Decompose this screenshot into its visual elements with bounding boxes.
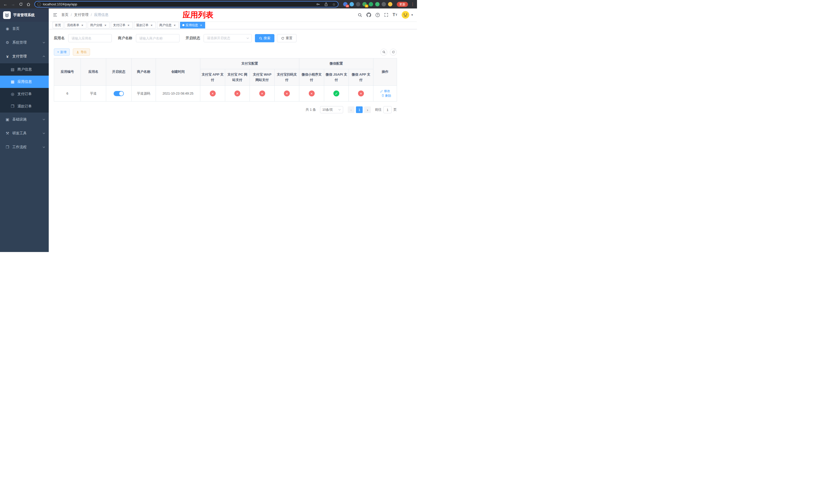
- dashboard-icon: ◉: [5, 26, 10, 31]
- delete-label: 删除: [385, 94, 391, 98]
- devtools-icon: ⚒: [5, 131, 10, 136]
- extension-gray-puzzle-icon[interactable]: [381, 2, 386, 6]
- cell-create-time: 2021-10-23 08:49:25: [156, 86, 200, 101]
- edit-link[interactable]: 修改: [380, 89, 390, 93]
- chevron-down-icon: [43, 133, 45, 134]
- tab-pay-order[interactable]: 支付订单×: [111, 22, 133, 28]
- add-button[interactable]: + 新增: [54, 48, 70, 55]
- avatar-caret-icon[interactable]: ▾: [411, 13, 413, 17]
- status-toggle[interactable]: [114, 91, 124, 96]
- extension-emoji-icon[interactable]: [388, 2, 392, 6]
- close-icon[interactable]: ×: [104, 23, 107, 27]
- goto-page-input[interactable]: [383, 106, 392, 113]
- tab-label: 流程表单: [67, 23, 79, 27]
- sidebar-item-system[interactable]: ⚙系统管理: [0, 36, 49, 49]
- main-area: 首页/支付管理/应用信息 应用列表 TT ▾: [49, 8, 417, 252]
- search-button[interactable]: 搜索: [255, 34, 275, 42]
- refresh-table-button[interactable]: [390, 49, 397, 55]
- close-icon[interactable]: ×: [127, 23, 130, 27]
- tab-merchant-info[interactable]: 商户信息×: [157, 22, 179, 28]
- tab-refund-order[interactable]: 退款订单×: [134, 22, 156, 28]
- tab-user-group[interactable]: 用户分组×: [88, 22, 110, 28]
- extension-dark-globe-icon[interactable]: [356, 2, 360, 6]
- extension-badge: 1: [365, 5, 368, 7]
- breadcrumb-item[interactable]: 支付管理: [74, 13, 88, 17]
- sidebar-item-devtools[interactable]: ⚒研发工具: [0, 127, 49, 140]
- credit-card-icon: ▤: [10, 67, 15, 72]
- page-number-1[interactable]: 1: [356, 107, 363, 113]
- cell-config-0: ×: [200, 86, 225, 101]
- group-header-1: 微信配置: [299, 59, 373, 69]
- extension-green-doc-icon[interactable]: [375, 2, 379, 6]
- tab-app-info[interactable]: 应用信息×: [180, 22, 205, 28]
- app-logo-row[interactable]: 芋道管理系统: [0, 8, 49, 22]
- sidebar-item-label: 基础设施: [12, 117, 27, 122]
- breadcrumb-item[interactable]: 应用信息: [94, 13, 109, 17]
- extension-blue-puzzle-icon[interactable]: 10: [343, 2, 348, 6]
- extension-badge: 10: [346, 5, 349, 7]
- fullscreen-icon[interactable]: [384, 13, 388, 17]
- sidebar-item-infrastructure[interactable]: ▣基础设施: [0, 113, 49, 127]
- extension-green-badged-icon[interactable]: 1: [363, 2, 367, 6]
- browser-reload-button[interactable]: [18, 1, 24, 8]
- delete-link[interactable]: 删除: [381, 94, 391, 98]
- browser-update-button[interactable]: 更新: [397, 2, 408, 7]
- browser-forward-button[interactable]: →: [10, 1, 16, 8]
- subcol-header-0-1: 支付宝 PC 网站支付: [225, 69, 250, 86]
- sidebar-item-refund-order[interactable]: ❐退款订单: [0, 100, 49, 113]
- sidebar-item-merchant-info[interactable]: ▤商户信息: [0, 63, 49, 76]
- close-icon[interactable]: ×: [81, 23, 84, 27]
- config-disabled-icon: ×: [284, 91, 290, 96]
- tab-home[interactable]: 首页: [52, 22, 63, 28]
- sidebar-nav: ◉首页⚙系统管理¥支付管理▤商户信息▦应用信息◎支付订单❐退款订单▣基础设施⚒研…: [0, 22, 49, 252]
- next-page-button[interactable]: ›: [364, 107, 371, 113]
- status-label: 开启状态: [186, 36, 200, 41]
- github-icon[interactable]: [367, 13, 371, 17]
- bookmark-star-icon[interactable]: ☆: [331, 1, 337, 7]
- font-size-icon[interactable]: TT: [393, 12, 397, 18]
- page-overlay-title: 应用列表: [182, 10, 213, 20]
- page-jumper: 前往 页: [375, 106, 397, 113]
- browser-toolbar: ← → i localhost:1024/pay/app ☆ 101 更新 ⋮: [0, 0, 417, 8]
- address-bar[interactable]: i localhost:1024/pay/app ☆: [35, 1, 338, 7]
- sidebar-item-workflow[interactable]: ❒工作流程: [0, 140, 49, 154]
- breadcrumb-item[interactable]: 首页: [61, 13, 68, 17]
- subcol-header-1-1: 微信 JSAPI 支付: [324, 69, 349, 86]
- reset-button[interactable]: 重置: [277, 34, 297, 42]
- close-icon[interactable]: ×: [150, 23, 153, 27]
- app-name-input[interactable]: [68, 34, 112, 42]
- password-key-icon[interactable]: [315, 1, 321, 7]
- tab-label: 商户信息: [159, 23, 172, 27]
- total-count: 共 1 条: [306, 108, 316, 112]
- browser-back-button[interactable]: ←: [2, 1, 9, 8]
- page-size-select[interactable]: 10条/页: [320, 106, 343, 113]
- status-select[interactable]: 请选择开启状态: [204, 34, 252, 42]
- prev-page-button[interactable]: ‹: [348, 107, 354, 113]
- tab-label: 退款订单: [136, 23, 149, 27]
- sidebar-toggle-icon[interactable]: [53, 13, 58, 17]
- cell-merchant-name: 芋道源码: [132, 86, 156, 101]
- browser-home-button[interactable]: [25, 1, 32, 8]
- site-info-icon[interactable]: i: [37, 2, 41, 6]
- sidebar-item-home[interactable]: ◉首页: [0, 22, 49, 36]
- help-icon[interactable]: [375, 13, 380, 17]
- sidebar-item-app-info[interactable]: ▦应用信息: [0, 76, 49, 88]
- merchant-name-input[interactable]: [136, 34, 179, 42]
- export-button[interactable]: 导出: [73, 48, 90, 55]
- cell-config-1: ×: [225, 86, 250, 101]
- share-icon[interactable]: [323, 1, 329, 7]
- tab-process-form[interactable]: 流程表单×: [65, 22, 86, 28]
- config-disabled-icon: ×: [309, 91, 315, 96]
- export-button-label: 导出: [81, 50, 87, 54]
- extension-wechat-icon[interactable]: [369, 2, 373, 6]
- col-header-3: 商户名称: [132, 59, 156, 86]
- sidebar-item-pay-order[interactable]: ◎支付订单: [0, 88, 49, 100]
- close-icon[interactable]: ×: [199, 23, 203, 27]
- sidebar-item-payment[interactable]: ¥支付管理: [0, 49, 49, 63]
- close-icon[interactable]: ×: [173, 23, 176, 27]
- browser-menu-button[interactable]: ⋮: [410, 2, 415, 7]
- toggle-search-button[interactable]: [380, 49, 387, 55]
- extension-droplet-icon[interactable]: [350, 2, 354, 6]
- search-icon[interactable]: [358, 13, 362, 17]
- user-avatar[interactable]: [402, 11, 409, 19]
